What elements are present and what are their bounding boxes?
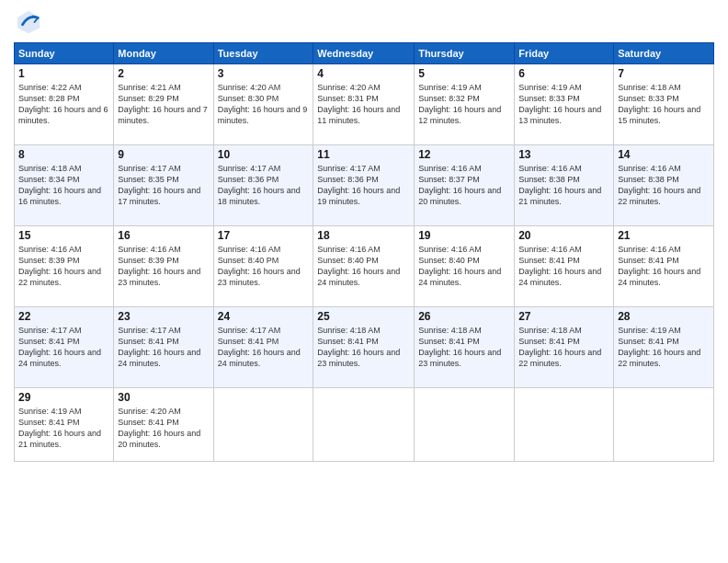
day-number: 20 <box>518 229 609 242</box>
header <box>14 9 714 35</box>
calendar-week-row: 1 Sunrise: 4:22 AM Sunset: 8:28 PM Dayli… <box>15 64 714 145</box>
day-info: Sunrise: 4:16 AM Sunset: 8:40 PM Dayligh… <box>418 244 510 289</box>
day-info: Sunrise: 4:22 AM Sunset: 8:28 PM Dayligh… <box>18 82 109 127</box>
calendar-header-row: SundayMondayTuesdayWednesdayThursdayFrid… <box>15 43 714 64</box>
day-number: 15 <box>18 229 109 242</box>
day-info: Sunrise: 4:18 AM Sunset: 8:33 PM Dayligh… <box>618 82 710 127</box>
calendar-cell: 11 Sunrise: 4:17 AM Sunset: 8:36 PM Dayl… <box>313 145 415 226</box>
calendar-cell: 1 Sunrise: 4:22 AM Sunset: 8:28 PM Dayli… <box>15 64 114 145</box>
calendar-cell: 10 Sunrise: 4:17 AM Sunset: 8:36 PM Dayl… <box>213 145 313 226</box>
calendar-cell: 27 Sunrise: 4:18 AM Sunset: 8:41 PM Dayl… <box>515 307 614 388</box>
day-info: Sunrise: 4:18 AM Sunset: 8:34 PM Dayligh… <box>18 163 109 208</box>
day-info: Sunrise: 4:20 AM Sunset: 8:30 PM Dayligh… <box>218 82 310 127</box>
day-number: 3 <box>218 67 310 80</box>
day-info: Sunrise: 4:16 AM Sunset: 8:39 PM Dayligh… <box>18 244 109 289</box>
svg-marker-0 <box>17 11 40 33</box>
day-info: Sunrise: 4:18 AM Sunset: 8:41 PM Dayligh… <box>317 325 410 370</box>
day-number: 25 <box>317 310 410 323</box>
logo-icon <box>16 9 41 35</box>
day-number: 10 <box>218 148 310 161</box>
day-info: Sunrise: 4:20 AM Sunset: 8:41 PM Dayligh… <box>118 406 209 451</box>
day-info: Sunrise: 4:16 AM Sunset: 8:37 PM Dayligh… <box>418 163 510 208</box>
calendar-week-row: 8 Sunrise: 4:18 AM Sunset: 8:34 PM Dayli… <box>15 145 714 226</box>
col-header-monday: Monday <box>114 43 213 64</box>
calendar-cell: 5 Sunrise: 4:19 AM Sunset: 8:32 PM Dayli… <box>415 64 515 145</box>
day-info: Sunrise: 4:16 AM Sunset: 8:38 PM Dayligh… <box>518 163 609 208</box>
calendar-table: SundayMondayTuesdayWednesdayThursdayFrid… <box>14 42 714 462</box>
col-header-wednesday: Wednesday <box>313 43 415 64</box>
day-number: 29 <box>18 391 109 404</box>
calendar-week-row: 29 Sunrise: 4:19 AM Sunset: 8:41 PM Dayl… <box>15 388 714 462</box>
calendar-cell <box>313 388 415 462</box>
calendar-cell: 20 Sunrise: 4:16 AM Sunset: 8:41 PM Dayl… <box>515 226 614 307</box>
day-info: Sunrise: 4:19 AM Sunset: 8:41 PM Dayligh… <box>618 325 710 370</box>
day-info: Sunrise: 4:16 AM Sunset: 8:40 PM Dayligh… <box>218 244 310 289</box>
logo <box>14 9 41 35</box>
calendar-cell: 14 Sunrise: 4:16 AM Sunset: 8:38 PM Dayl… <box>614 145 714 226</box>
day-number: 4 <box>317 67 410 80</box>
calendar-cell <box>515 388 614 462</box>
page: SundayMondayTuesdayWednesdayThursdayFrid… <box>0 0 728 563</box>
day-info: Sunrise: 4:17 AM Sunset: 8:41 PM Dayligh… <box>118 325 209 370</box>
day-number: 26 <box>418 310 510 323</box>
day-number: 19 <box>418 229 510 242</box>
day-number: 16 <box>118 229 209 242</box>
calendar-cell: 4 Sunrise: 4:20 AM Sunset: 8:31 PM Dayli… <box>313 64 415 145</box>
calendar-week-row: 22 Sunrise: 4:17 AM Sunset: 8:41 PM Dayl… <box>15 307 714 388</box>
day-number: 1 <box>18 67 109 80</box>
calendar-week-row: 15 Sunrise: 4:16 AM Sunset: 8:39 PM Dayl… <box>15 226 714 307</box>
day-number: 5 <box>418 67 510 80</box>
calendar-cell: 9 Sunrise: 4:17 AM Sunset: 8:35 PM Dayli… <box>114 145 213 226</box>
calendar-cell: 8 Sunrise: 4:18 AM Sunset: 8:34 PM Dayli… <box>15 145 114 226</box>
calendar-cell: 12 Sunrise: 4:16 AM Sunset: 8:37 PM Dayl… <box>415 145 515 226</box>
col-header-thursday: Thursday <box>415 43 515 64</box>
calendar-cell: 19 Sunrise: 4:16 AM Sunset: 8:40 PM Dayl… <box>415 226 515 307</box>
day-info: Sunrise: 4:17 AM Sunset: 8:36 PM Dayligh… <box>317 163 410 208</box>
day-number: 11 <box>317 148 410 161</box>
day-number: 23 <box>118 310 209 323</box>
day-number: 21 <box>618 229 710 242</box>
day-number: 17 <box>218 229 310 242</box>
calendar-cell: 6 Sunrise: 4:19 AM Sunset: 8:33 PM Dayli… <box>515 64 614 145</box>
calendar-cell: 16 Sunrise: 4:16 AM Sunset: 8:39 PM Dayl… <box>114 226 213 307</box>
day-number: 7 <box>618 67 710 80</box>
day-number: 8 <box>18 148 109 161</box>
day-info: Sunrise: 4:19 AM Sunset: 8:32 PM Dayligh… <box>418 82 510 127</box>
day-number: 6 <box>518 67 609 80</box>
calendar-cell <box>614 388 714 462</box>
day-info: Sunrise: 4:18 AM Sunset: 8:41 PM Dayligh… <box>518 325 609 370</box>
calendar-cell <box>415 388 515 462</box>
day-info: Sunrise: 4:19 AM Sunset: 8:41 PM Dayligh… <box>18 406 109 451</box>
day-number: 2 <box>118 67 209 80</box>
day-number: 22 <box>18 310 109 323</box>
day-number: 13 <box>518 148 609 161</box>
day-number: 28 <box>618 310 710 323</box>
calendar-cell: 29 Sunrise: 4:19 AM Sunset: 8:41 PM Dayl… <box>15 388 114 462</box>
day-number: 9 <box>118 148 209 161</box>
col-header-saturday: Saturday <box>614 43 714 64</box>
calendar-cell: 2 Sunrise: 4:21 AM Sunset: 8:29 PM Dayli… <box>114 64 213 145</box>
calendar-cell <box>213 388 313 462</box>
logo-text-block <box>14 9 41 35</box>
calendar-cell: 3 Sunrise: 4:20 AM Sunset: 8:30 PM Dayli… <box>213 64 313 145</box>
day-info: Sunrise: 4:16 AM Sunset: 8:41 PM Dayligh… <box>618 244 710 289</box>
calendar-cell: 26 Sunrise: 4:18 AM Sunset: 8:41 PM Dayl… <box>415 307 515 388</box>
calendar-cell: 13 Sunrise: 4:16 AM Sunset: 8:38 PM Dayl… <box>515 145 614 226</box>
calendar-cell: 18 Sunrise: 4:16 AM Sunset: 8:40 PM Dayl… <box>313 226 415 307</box>
col-header-tuesday: Tuesday <box>213 43 313 64</box>
day-info: Sunrise: 4:17 AM Sunset: 8:36 PM Dayligh… <box>218 163 310 208</box>
day-number: 24 <box>218 310 310 323</box>
col-header-sunday: Sunday <box>15 43 114 64</box>
day-number: 27 <box>518 310 609 323</box>
day-number: 14 <box>618 148 710 161</box>
day-info: Sunrise: 4:16 AM Sunset: 8:38 PM Dayligh… <box>618 163 710 208</box>
day-info: Sunrise: 4:17 AM Sunset: 8:35 PM Dayligh… <box>118 163 209 208</box>
day-info: Sunrise: 4:17 AM Sunset: 8:41 PM Dayligh… <box>18 325 109 370</box>
day-number: 18 <box>317 229 410 242</box>
calendar-cell: 15 Sunrise: 4:16 AM Sunset: 8:39 PM Dayl… <box>15 226 114 307</box>
calendar-cell: 23 Sunrise: 4:17 AM Sunset: 8:41 PM Dayl… <box>114 307 213 388</box>
calendar-cell: 24 Sunrise: 4:17 AM Sunset: 8:41 PM Dayl… <box>213 307 313 388</box>
calendar-cell: 25 Sunrise: 4:18 AM Sunset: 8:41 PM Dayl… <box>313 307 415 388</box>
day-info: Sunrise: 4:16 AM Sunset: 8:40 PM Dayligh… <box>317 244 410 289</box>
day-number: 12 <box>418 148 510 161</box>
